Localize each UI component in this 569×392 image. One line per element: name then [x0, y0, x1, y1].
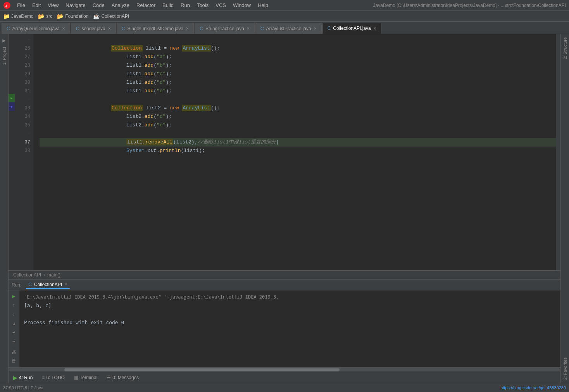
project-toggle-icon[interactable]: ▶ — [2, 37, 5, 44]
console-horizontal-scroll[interactable] — [9, 367, 560, 372]
messages-icon: ☰ — [107, 375, 111, 380]
breadcrumb2-bar: CollectionAPI › main() — [9, 270, 560, 279]
tab-arrayqueue[interactable]: C ArrayQueueDemo.java ✕ — [2, 23, 70, 34]
project-path: JavaDemo [C:\Users\Administrator\IdeaPro… — [373, 3, 566, 8]
src-folder-icon: 📂 — [38, 13, 45, 19]
run-format-button[interactable]: ⇥ — [10, 338, 18, 345]
run-up-button[interactable]: ↑ — [10, 302, 18, 309]
menu-file[interactable]: File — [14, 2, 28, 9]
tab-sender[interactable]: C sender.java ✕ — [71, 23, 116, 34]
project-sidebar-label[interactable]: 1: Project — [2, 47, 7, 65]
tab-collectionapi[interactable]: C CollectionAPI.java ✕ — [322, 23, 381, 34]
menu-edit[interactable]: Edit — [29, 2, 44, 9]
status-left: 37:90 UTF-8 LF Java — [3, 385, 43, 390]
status-url[interactable]: https://blog.csdn.net/qq_45830289 — [500, 385, 566, 390]
code-line-37: list1.removeAll(list2);//删除list1中跟list重复… — [40, 138, 556, 147]
menu-help[interactable]: Help — [255, 2, 271, 9]
close-tab-sender[interactable]: ✕ — [108, 26, 111, 31]
file-icon: ☕ — [93, 13, 100, 19]
status-info: 37:90 UTF-8 LF Java — [3, 385, 43, 390]
bottom-tab-todo-label: 6: TODO — [46, 375, 65, 380]
app-logo: J — [3, 2, 11, 9]
menu-tools[interactable]: Tools — [194, 2, 212, 9]
favorites-sidebar-label[interactable]: 2: Favorites — [563, 357, 567, 380]
menu-view[interactable]: View — [45, 2, 62, 9]
run-print-button[interactable]: 🖨 — [10, 349, 18, 356]
tab-singlelinked[interactable]: C SingleLinkedListDemo.java ✕ — [117, 23, 194, 34]
run-trash-button[interactable]: 🗑 — [10, 357, 18, 365]
close-tab-arraylistpractice[interactable]: ✕ — [314, 26, 317, 31]
scroll-track[interactable] — [9, 368, 560, 371]
gutter-markers: ▶ ✱ — [9, 34, 15, 270]
bottom-panel: Run: C CollectionAPI ✕ ▶ ↑ ↓ ↺ ↩ ⇥ — [9, 279, 560, 372]
sep1: › — [35, 14, 36, 19]
menu-build[interactable]: Build — [159, 2, 177, 9]
run-down-button[interactable]: ↓ — [10, 311, 18, 318]
breadcrumb2-class: CollectionAPI — [13, 272, 41, 278]
code-line-25 — [40, 36, 556, 44]
menu-refactor[interactable]: Refactor — [133, 2, 159, 9]
run-play-button[interactable]: ▶ — [10, 293, 18, 300]
breadcrumb-src[interactable]: src — [46, 14, 52, 19]
close-tab-collectionapi[interactable]: ✕ — [373, 26, 376, 31]
close-tab-stringpractice[interactable]: ✕ — [247, 26, 250, 31]
menu-window[interactable]: Window — [230, 2, 254, 9]
console-cmd-line: "E:\Java\IntelliJ IDEA 2019.3.4\jbr\bin\… — [24, 293, 556, 301]
console-exit-msg: Process finished with exit code 0 — [24, 318, 556, 327]
project-sidebar: ▶ 1: Project — [0, 34, 9, 383]
code-line-26: Collection list1 = new ArrayList(); — [40, 44, 556, 53]
bottom-tab-todo[interactable]: ≡ 6: TODO — [40, 374, 66, 381]
line-numbers: · 26 27 28 29 30 31 · 33 34 35 · 37 38 — [15, 34, 33, 270]
breadcrumb-project[interactable]: JavaDemo — [11, 14, 33, 19]
project-folder-icon: 📁 — [3, 13, 10, 19]
code-line-31: list1.add("e"); — [40, 87, 556, 95]
code-editor[interactable]: ▶ ✱ · 26 27 28 29 30 31 · 33 34 35 · 37 … — [9, 34, 560, 270]
code-line-32 — [40, 95, 556, 104]
run-tab-bar: Run: C CollectionAPI ✕ — [9, 280, 560, 290]
svg-text:J: J — [5, 4, 7, 9]
close-tab-arrayqueue[interactable]: ✕ — [62, 26, 65, 31]
breadcrumb-bar: 📁 JavaDemo › 📂 src › 📂 Foundation › ☕ Co… — [0, 11, 569, 22]
run-wrap-button[interactable]: ↩ — [10, 329, 18, 336]
menu-bar: J File Edit View Navigate Code Analyze R… — [0, 0, 569, 11]
code-line-33: Collection list2 = new ArrayList(); — [40, 104, 556, 112]
sep2: › — [54, 14, 55, 19]
close-run-tab[interactable]: ✕ — [64, 282, 67, 287]
package-folder-icon: 📂 — [57, 13, 64, 19]
close-tab-singlelinked[interactable]: ✕ — [186, 26, 189, 31]
code-line-28: list1.add("b"); — [40, 61, 556, 70]
run-icon: ▶ — [13, 375, 17, 381]
console-empty-line — [24, 310, 556, 318]
bottom-tab-run[interactable]: ▶ 4: Run — [12, 374, 34, 382]
run-toolbar: ▶ ↑ ↓ ↺ ↩ ⇥ 🖨 🗑 — [9, 290, 19, 367]
menu-navigate[interactable]: Navigate — [62, 2, 88, 9]
code-content[interactable]: Collection list1 = new ArrayList(); list… — [33, 34, 556, 270]
scroll-thumb[interactable] — [64, 368, 340, 371]
run-label: Run: — [12, 282, 21, 288]
tab-stringpractice[interactable]: C StringPractice.java ✕ — [195, 23, 255, 34]
code-line-30: list1.add("d"); — [40, 78, 556, 87]
bottom-tab-terminal[interactable]: ▦ Terminal — [72, 374, 99, 381]
code-line-27: list1.add("a"); — [40, 53, 556, 61]
todo-icon: ≡ — [42, 375, 45, 380]
status-bar: 37:90 UTF-8 LF Java https://blog.csdn.ne… — [0, 383, 569, 392]
menu-run[interactable]: Run — [178, 2, 193, 9]
editor-vertical-scroll[interactable] — [556, 34, 560, 270]
console-output-result: [a, b, c] — [24, 301, 556, 310]
bottom-tabs: ▶ 4: Run ≡ 6: TODO ▦ Terminal ☰ 0: Messa… — [9, 372, 560, 383]
code-line-29: list1.add("c"); — [40, 70, 556, 78]
tab-bar: C ArrayQueueDemo.java ✕ C sender.java ✕ … — [0, 22, 569, 34]
run-tab-collectionapi[interactable]: C CollectionAPI ✕ — [26, 281, 70, 289]
tab-arraylistpractice[interactable]: C ArrayListPractice.java ✕ — [255, 23, 322, 34]
bottom-tab-run-label: 4: Run — [19, 375, 33, 380]
code-line-36 — [40, 130, 556, 138]
right-sidebar: 2: Structure 2: Favorites — [560, 34, 569, 383]
breadcrumb-package[interactable]: Foundation — [65, 14, 88, 19]
breadcrumb-file[interactable]: CollectionAPI — [101, 14, 129, 19]
menu-analyze[interactable]: Analyze — [109, 2, 133, 9]
structure-sidebar-label[interactable]: 2: Structure — [563, 37, 567, 59]
run-rerun-button[interactable]: ↺ — [10, 320, 18, 327]
menu-vcs[interactable]: VCS — [212, 2, 229, 9]
menu-code[interactable]: Code — [90, 2, 108, 9]
bottom-tab-messages[interactable]: ☰ 0: Messages — [105, 374, 140, 381]
